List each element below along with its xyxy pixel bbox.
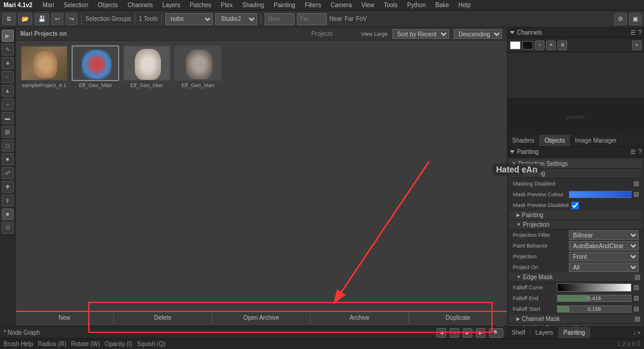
masking-header[interactable]: ▼ Masking <box>509 169 642 178</box>
eye-dropper[interactable]: ⚴ <box>2 194 14 206</box>
project-on-dropdown[interactable]: All <box>569 262 639 272</box>
channel-mask-header[interactable]: ▶ Channel Mask □ <box>509 314 642 324</box>
projection-settings-header[interactable]: ▼ Projection Settings <box>509 159 642 169</box>
channel-mask-toggle[interactable]: □ <box>635 317 640 322</box>
lasso-tool[interactable]: ■ <box>2 153 14 165</box>
menu-item-shading[interactable]: Shading <box>240 2 266 8</box>
channel-options-btn[interactable]: ≡ <box>632 41 642 50</box>
masking-toggle[interactable]: □ <box>634 181 639 186</box>
node-graph-zoom-btn[interactable]: 🔍 <box>489 328 503 338</box>
add-channel-btn[interactable]: + <box>535 41 544 50</box>
tools-btn[interactable]: ☰ <box>630 29 636 36</box>
projection-dropdown[interactable]: Front <box>569 252 639 261</box>
painting-sub-header[interactable]: ▶ Painting <box>509 211 642 220</box>
edge-mask-toggle[interactable]: □ <box>635 275 640 280</box>
paint-behavior-dropdown[interactable]: AutoBakeAndClear <box>569 241 639 251</box>
falloff-end-slider[interactable]: 0.416 <box>557 295 631 302</box>
zoom-tool[interactable]: ☍ <box>2 167 14 179</box>
node-graph-btn3[interactable]: ▶ <box>463 328 472 338</box>
select-tool[interactable]: ▶ <box>2 30 14 42</box>
grid-tool[interactable]: ☵ <box>2 222 14 234</box>
menu-item-objects[interactable]: Objects <box>96 2 120 8</box>
falloff-start-slider[interactable]: 0.158 <box>557 305 631 313</box>
mask-color-toggle[interactable]: □ <box>634 192 639 197</box>
settings-btn[interactable]: ⚙ <box>614 13 627 25</box>
order-dropdown[interactable]: Descending <box>454 29 502 39</box>
project-item[interactable]: Elf_Geo_Man <box>72 45 119 88</box>
mask-preview-checkbox[interactable] <box>571 202 579 209</box>
open-archive-btn[interactable]: Open Archive <box>212 312 311 324</box>
main-layout: ▶ ✎ ★ ▫ ▲ ∼ ▬ ▧ ◻ ■ ☍ ✚ ⚴ ■ ☵ Mari Proje… <box>0 27 644 336</box>
delete-project-btn[interactable]: Delete <box>114 312 212 324</box>
menu-item-mari[interactable]: Mari <box>41 2 55 8</box>
delete-channel-btn[interactable]: ✕ <box>546 41 556 50</box>
project-item[interactable]: Elf_Geo_Man <box>123 45 171 88</box>
node-graph-btn4[interactable]: ▶ <box>476 328 485 338</box>
falloff-gradient[interactable] <box>557 283 631 292</box>
project-item[interactable]: sampleProject_4.1 <box>20 45 68 88</box>
tab-shaders[interactable]: Shaders <box>507 135 540 146</box>
tab-image-manager[interactable]: Image Manager <box>570 135 622 146</box>
new-file-btn[interactable]: 🗎 <box>2 13 16 25</box>
far-input[interactable] <box>297 13 327 25</box>
project-on-row: Project On All <box>509 262 642 273</box>
edge-mask-header[interactable]: ▼ Edge Mask □ <box>509 273 642 282</box>
flatten-tool[interactable]: ▬ <box>2 112 14 124</box>
menu-item-python[interactable]: Python <box>405 2 428 8</box>
painting-help-btn[interactable]: ? <box>638 149 642 155</box>
painting-tools-btn[interactable]: ☰ <box>630 149 636 155</box>
smear-tool[interactable]: ∼ <box>2 98 14 110</box>
settings-channel-btn[interactable]: ⚙ <box>558 41 567 50</box>
shelf-tab[interactable]: Shelf <box>507 327 531 338</box>
menu-item-tools[interactable]: Tools <box>382 2 399 8</box>
studio-dropdown[interactable]: StudioJ <box>215 13 257 25</box>
menu-item-patches[interactable]: Patches <box>188 2 213 8</box>
menu-item-camera[interactable]: Camera <box>329 2 354 8</box>
sep1 <box>81 14 82 24</box>
falloff-end-toggle[interactable]: □ <box>634 296 639 301</box>
menu-item-bake[interactable]: Bake <box>434 2 451 8</box>
black-swatch[interactable] <box>522 41 533 50</box>
new-project-btn[interactable]: New <box>16 312 114 324</box>
menu-item-filters[interactable]: Filters <box>303 2 323 8</box>
project-item[interactable]: Elf_Geo_Man <box>174 45 222 88</box>
node-graph-btn2[interactable]: ↓ <box>450 328 459 338</box>
archive-btn[interactable]: Archive <box>311 312 409 324</box>
menu-item-channels[interactable]: Channels <box>126 2 154 8</box>
projection-sub-header[interactable]: ▼ Projection <box>509 220 642 230</box>
layers-tab[interactable]: Layers <box>531 327 559 338</box>
paint-tool[interactable]: ✎ <box>2 44 14 55</box>
eraser-tool[interactable]: ▫ <box>2 71 14 83</box>
redo-btn[interactable]: ↪ <box>66 13 78 25</box>
menu-item-selection[interactable]: Selection <box>62 2 90 8</box>
menu-item-layers[interactable]: Layers <box>160 2 182 8</box>
help-btn[interactable]: ? <box>638 29 642 36</box>
duplicate-btn[interactable]: Duplicate <box>409 312 507 324</box>
near-input[interactable] <box>265 13 295 25</box>
mode-dropdown[interactable]: nubs <box>165 13 213 25</box>
marquee-tool[interactable]: ◻ <box>2 140 14 152</box>
white-swatch[interactable] <box>510 41 521 50</box>
node-graph-btn1[interactable]: ◀ <box>436 328 446 338</box>
undo-btn[interactable]: ↩ <box>51 13 63 25</box>
tab-objects[interactable]: Objects <box>540 135 570 146</box>
color-tool[interactable]: ■ <box>2 208 14 220</box>
save-btn[interactable]: 💾 <box>35 13 49 25</box>
proj-filter-dropdown[interactable]: Bilinear <box>569 230 639 240</box>
open-file-btn[interactable]: 📂 <box>18 13 32 25</box>
maximize-btn[interactable]: ▣ <box>629 13 642 25</box>
fill-tool[interactable]: ▲ <box>2 85 14 97</box>
clone-tool[interactable]: ★ <box>2 57 14 69</box>
falloff-start-toggle[interactable]: □ <box>634 307 639 311</box>
menu-item-painting[interactable]: Painting <box>272 2 297 8</box>
sort-dropdown[interactable]: Sort by Recent <box>392 29 449 39</box>
ch-mask-arrow: ▶ <box>516 316 520 322</box>
mask-color-picker[interactable] <box>569 191 631 198</box>
measure-tool[interactable]: ✚ <box>2 181 14 193</box>
menu-item-ptex[interactable]: Ptex <box>219 2 234 8</box>
painting-tab[interactable]: Painting <box>559 327 590 338</box>
dry-brush-tool[interactable]: ▧ <box>2 126 14 138</box>
falloff-curve-toggle[interactable]: □ <box>634 285 639 290</box>
menu-item-help[interactable]: Help <box>457 2 473 8</box>
menu-item-view[interactable]: View <box>360 2 376 8</box>
